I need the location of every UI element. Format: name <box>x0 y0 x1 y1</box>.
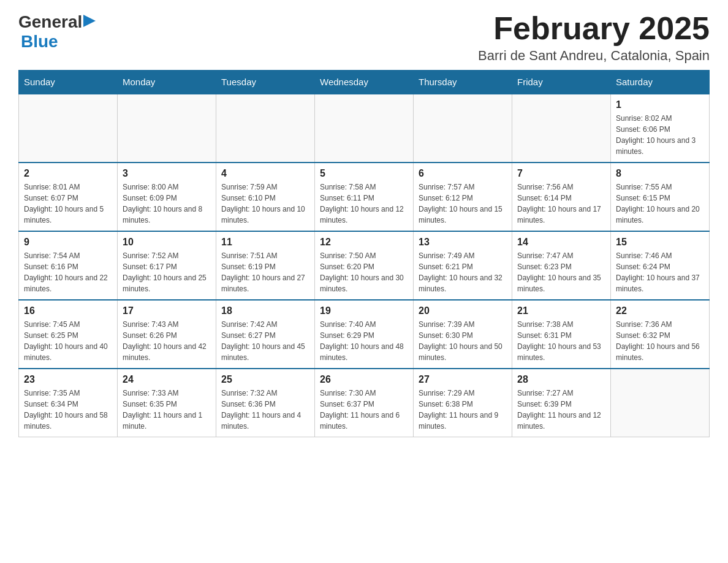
day-of-week-header: Thursday <box>414 71 512 94</box>
calendar-week-row: 1Sunrise: 8:02 AMSunset: 6:06 PMDaylight… <box>19 94 710 163</box>
sun-info: Sunrise: 7:54 AMSunset: 6:16 PMDaylight:… <box>24 250 112 294</box>
day-number: 20 <box>419 305 507 316</box>
logo-general-text: General <box>18 12 82 32</box>
day-number: 28 <box>517 374 605 385</box>
calendar-cell: 7Sunrise: 7:56 AMSunset: 6:14 PMDaylight… <box>512 163 611 231</box>
calendar-cell: 6Sunrise: 7:57 AMSunset: 6:12 PMDaylight… <box>414 163 512 231</box>
sun-info: Sunrise: 7:55 AMSunset: 6:15 PMDaylight:… <box>616 182 704 226</box>
sun-info: Sunrise: 7:40 AMSunset: 6:29 PMDaylight:… <box>320 319 408 363</box>
sun-info: Sunrise: 7:45 AMSunset: 6:25 PMDaylight:… <box>24 319 112 363</box>
calendar-cell: 3Sunrise: 8:00 AMSunset: 6:09 PMDaylight… <box>118 163 216 231</box>
day-number: 25 <box>221 374 309 385</box>
sun-info: Sunrise: 7:27 AMSunset: 6:39 PMDaylight:… <box>517 388 605 432</box>
day-number: 6 <box>419 168 507 179</box>
calendar-week-row: 2Sunrise: 8:01 AMSunset: 6:07 PMDaylight… <box>19 163 710 231</box>
day-number: 12 <box>320 237 408 248</box>
sun-info: Sunrise: 8:01 AMSunset: 6:07 PMDaylight:… <box>24 182 112 226</box>
day-of-week-header: Friday <box>512 71 611 94</box>
calendar-cell: 5Sunrise: 7:58 AMSunset: 6:11 PMDaylight… <box>315 163 414 231</box>
day-number: 21 <box>517 305 605 316</box>
sun-info: Sunrise: 7:57 AMSunset: 6:12 PMDaylight:… <box>419 182 507 226</box>
day-number: 15 <box>616 237 704 248</box>
day-number: 22 <box>616 305 704 316</box>
calendar-week-row: 9Sunrise: 7:54 AMSunset: 6:16 PMDaylight… <box>19 231 710 300</box>
calendar-cell <box>315 94 414 163</box>
sun-info: Sunrise: 8:02 AMSunset: 6:06 PMDaylight:… <box>616 113 704 157</box>
calendar-cell: 1Sunrise: 8:02 AMSunset: 6:06 PMDaylight… <box>611 94 710 163</box>
day-number: 18 <box>221 305 309 316</box>
day-number: 10 <box>123 237 211 248</box>
calendar-cell: 4Sunrise: 7:59 AMSunset: 6:10 PMDaylight… <box>216 163 315 231</box>
calendar-week-row: 16Sunrise: 7:45 AMSunset: 6:25 PMDayligh… <box>19 300 710 369</box>
logo-blue-text: Blue <box>21 32 58 51</box>
calendar-cell: 18Sunrise: 7:42 AMSunset: 6:27 PMDayligh… <box>216 300 315 369</box>
calendar-cell: 24Sunrise: 7:33 AMSunset: 6:35 PMDayligh… <box>118 369 216 437</box>
day-number: 26 <box>320 374 408 385</box>
calendar-week-row: 23Sunrise: 7:35 AMSunset: 6:34 PMDayligh… <box>19 369 710 437</box>
sun-info: Sunrise: 7:38 AMSunset: 6:31 PMDaylight:… <box>517 319 605 363</box>
sun-info: Sunrise: 7:39 AMSunset: 6:30 PMDaylight:… <box>419 319 507 363</box>
calendar-cell: 9Sunrise: 7:54 AMSunset: 6:16 PMDaylight… <box>19 231 118 300</box>
calendar-cell: 14Sunrise: 7:47 AMSunset: 6:23 PMDayligh… <box>512 231 611 300</box>
day-number: 9 <box>24 237 112 248</box>
calendar-cell: 8Sunrise: 7:55 AMSunset: 6:15 PMDaylight… <box>611 163 710 231</box>
calendar-cell <box>118 94 216 163</box>
calendar-cell: 19Sunrise: 7:40 AMSunset: 6:29 PMDayligh… <box>315 300 414 369</box>
calendar-cell: 13Sunrise: 7:49 AMSunset: 6:21 PMDayligh… <box>414 231 512 300</box>
location-subtitle: Barri de Sant Andreu, Catalonia, Spain <box>478 48 710 64</box>
calendar-cell: 11Sunrise: 7:51 AMSunset: 6:19 PMDayligh… <box>216 231 315 300</box>
sun-info: Sunrise: 7:59 AMSunset: 6:10 PMDaylight:… <box>221 182 309 226</box>
sun-info: Sunrise: 7:36 AMSunset: 6:32 PMDaylight:… <box>616 319 704 363</box>
day-number: 27 <box>419 374 507 385</box>
calendar-cell <box>414 94 512 163</box>
sun-info: Sunrise: 7:58 AMSunset: 6:11 PMDaylight:… <box>320 182 408 226</box>
calendar-header-row: SundayMondayTuesdayWednesdayThursdayFrid… <box>19 71 710 94</box>
calendar-table: SundayMondayTuesdayWednesdayThursdayFrid… <box>18 70 710 437</box>
sun-info: Sunrise: 7:56 AMSunset: 6:14 PMDaylight:… <box>517 182 605 226</box>
day-of-week-header: Saturday <box>611 71 710 94</box>
sun-info: Sunrise: 7:52 AMSunset: 6:17 PMDaylight:… <box>123 250 211 294</box>
day-of-week-header: Sunday <box>19 71 118 94</box>
day-number: 23 <box>24 374 112 385</box>
calendar-cell <box>216 94 315 163</box>
calendar-cell <box>611 369 710 437</box>
calendar-cell <box>19 94 118 163</box>
day-of-week-header: Monday <box>118 71 216 94</box>
sun-info: Sunrise: 7:29 AMSunset: 6:38 PMDaylight:… <box>419 388 507 432</box>
calendar-body: 1Sunrise: 8:02 AMSunset: 6:06 PMDaylight… <box>19 94 710 437</box>
sun-info: Sunrise: 7:35 AMSunset: 6:34 PMDaylight:… <box>24 388 112 432</box>
calendar-cell: 16Sunrise: 7:45 AMSunset: 6:25 PMDayligh… <box>19 300 118 369</box>
sun-info: Sunrise: 7:50 AMSunset: 6:20 PMDaylight:… <box>320 250 408 294</box>
day-number: 16 <box>24 305 112 316</box>
day-number: 11 <box>221 237 309 248</box>
day-number: 19 <box>320 305 408 316</box>
logo: General Blue <box>18 12 96 52</box>
calendar-cell: 20Sunrise: 7:39 AMSunset: 6:30 PMDayligh… <box>414 300 512 369</box>
calendar-cell: 10Sunrise: 7:52 AMSunset: 6:17 PMDayligh… <box>118 231 216 300</box>
sun-info: Sunrise: 7:32 AMSunset: 6:36 PMDaylight:… <box>221 388 309 432</box>
calendar-cell <box>512 94 611 163</box>
sun-info: Sunrise: 7:49 AMSunset: 6:21 PMDaylight:… <box>419 250 507 294</box>
sun-info: Sunrise: 7:33 AMSunset: 6:35 PMDaylight:… <box>123 388 211 432</box>
day-number: 24 <box>123 374 211 385</box>
calendar-cell: 22Sunrise: 7:36 AMSunset: 6:32 PMDayligh… <box>611 300 710 369</box>
day-number: 14 <box>517 237 605 248</box>
month-title: February 2025 <box>478 12 710 44</box>
day-of-week-header: Tuesday <box>216 71 315 94</box>
day-of-week-header: Wednesday <box>315 71 414 94</box>
calendar-cell: 23Sunrise: 7:35 AMSunset: 6:34 PMDayligh… <box>19 369 118 437</box>
calendar-cell: 12Sunrise: 7:50 AMSunset: 6:20 PMDayligh… <box>315 231 414 300</box>
calendar-cell: 28Sunrise: 7:27 AMSunset: 6:39 PMDayligh… <box>512 369 611 437</box>
title-section: February 2025 Barri de Sant Andreu, Cata… <box>478 12 710 64</box>
sun-info: Sunrise: 8:00 AMSunset: 6:09 PMDaylight:… <box>123 182 211 226</box>
calendar-cell: 26Sunrise: 7:30 AMSunset: 6:37 PMDayligh… <box>315 369 414 437</box>
calendar-cell: 27Sunrise: 7:29 AMSunset: 6:38 PMDayligh… <box>414 369 512 437</box>
day-number: 1 <box>616 99 704 110</box>
page-header: General Blue February 2025 Barri de Sant… <box>18 12 710 64</box>
sun-info: Sunrise: 7:30 AMSunset: 6:37 PMDaylight:… <box>320 388 408 432</box>
sun-info: Sunrise: 7:51 AMSunset: 6:19 PMDaylight:… <box>221 250 309 294</box>
svg-marker-0 <box>83 15 96 27</box>
day-number: 17 <box>123 305 211 316</box>
sun-info: Sunrise: 7:47 AMSunset: 6:23 PMDaylight:… <box>517 250 605 294</box>
calendar-cell: 15Sunrise: 7:46 AMSunset: 6:24 PMDayligh… <box>611 231 710 300</box>
